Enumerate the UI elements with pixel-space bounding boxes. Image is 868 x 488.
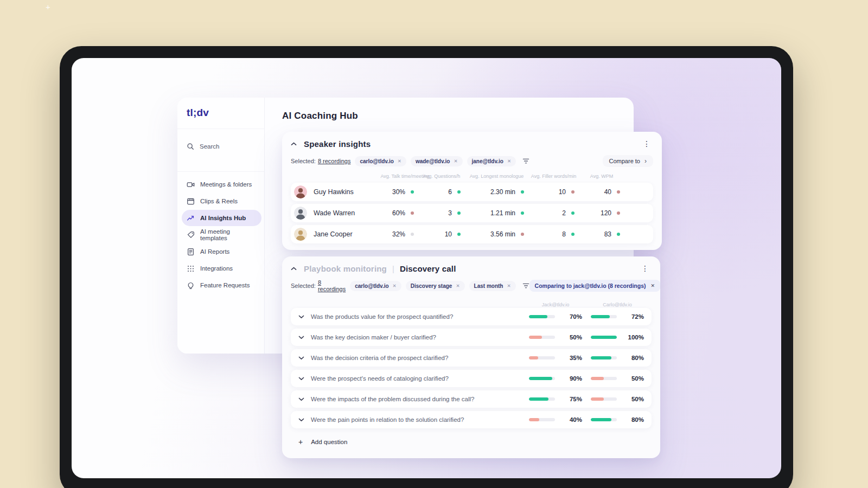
collapse-chevron-up-icon[interactable] xyxy=(291,267,297,271)
score-value: 50% xyxy=(622,396,644,402)
status-dot-neutral xyxy=(411,233,414,236)
score-value: 40% xyxy=(560,416,582,423)
filter-icon[interactable] xyxy=(522,282,529,289)
speaker-filter-chips: carlo@tldv.io✕wade@tldv.io✕jane@tldv.io✕ xyxy=(350,156,516,166)
score-group: 75% xyxy=(529,396,582,402)
score-group: 80% xyxy=(591,355,644,361)
progress-bar xyxy=(591,336,617,339)
add-question-button[interactable]: + Add question xyxy=(291,433,652,451)
chevron-down-icon xyxy=(298,356,304,360)
compare-to-button[interactable]: Compare to › xyxy=(603,155,653,167)
metric-cell: 83 xyxy=(579,230,624,238)
remove-chip-icon[interactable]: ✕ xyxy=(507,158,511,164)
metric-cell: 3.56 min xyxy=(465,230,528,238)
progress-bar xyxy=(529,315,555,318)
remove-chip-icon[interactable]: ✕ xyxy=(507,283,510,288)
question-scores: 75%50% xyxy=(529,396,644,402)
remove-chip-icon[interactable]: ✕ xyxy=(454,158,457,164)
progress-fill xyxy=(591,356,611,359)
status-dot-good xyxy=(457,211,461,215)
remove-chip-icon[interactable]: ✕ xyxy=(393,283,397,288)
status-dot-good xyxy=(521,190,524,194)
avatar xyxy=(294,207,307,220)
metric-value: 2 xyxy=(562,209,566,217)
divider xyxy=(177,129,264,129)
sidebar-item-ai-meeting-templates[interactable]: AI meeting templates xyxy=(182,227,261,243)
kebab-menu-icon[interactable]: ⋮ xyxy=(639,264,652,273)
score-value: 80% xyxy=(622,355,644,361)
table-row-guy-hawkins[interactable]: Guy Hawkins30%62.30 min1040 xyxy=(291,183,653,201)
progress-bar xyxy=(529,356,555,359)
speaker-name-cell: Wade Warren xyxy=(291,207,392,220)
score-group: 50% xyxy=(591,375,644,382)
sidebar-item-ai-insights-hub[interactable]: AI Insights Hub xyxy=(182,210,261,226)
filter-chip-carlo-tldv-io[interactable]: carlo@tldv.io✕ xyxy=(355,156,406,166)
filter-chip-last-month[interactable]: Last month✕ xyxy=(469,281,516,291)
kebab-menu-icon[interactable]: ⋮ xyxy=(640,139,653,149)
filter-icon[interactable] xyxy=(522,158,529,164)
filter-chip-wade-tldv-io[interactable]: wade@tldv.io✕ xyxy=(411,156,463,166)
sidebar-item-feature-requests[interactable]: Feature Requests xyxy=(182,277,261,293)
chevron-down-icon xyxy=(298,336,304,339)
table-row-jane-cooper[interactable]: Jane Cooper32%103.56 min883 xyxy=(291,225,653,243)
avatar xyxy=(294,228,307,241)
chip-label: Last month xyxy=(474,283,503,289)
question-row[interactable]: Was the decision criteria of the prospec… xyxy=(291,349,652,367)
sidebar-item-meetings-folders[interactable]: Meetings & folders xyxy=(182,176,261,192)
status-dot-bad xyxy=(617,190,620,194)
metric-value: 30% xyxy=(392,188,405,196)
sidebar-item-ai-reports[interactable]: AI Reports xyxy=(182,243,261,260)
question-row[interactable]: Was the products value for the prospect … xyxy=(291,308,652,325)
remove-chip-icon[interactable]: ✕ xyxy=(398,158,401,164)
question-row[interactable]: Were the pain points in relation to the … xyxy=(291,411,652,428)
metric-cell: 60% xyxy=(392,209,418,217)
speaker-table-body: Guy Hawkins30%62.30 min1040Wade Warren60… xyxy=(291,183,653,243)
sidebar-item-label: AI meeting templates xyxy=(200,228,257,241)
filter-chip-carlo-tldv-io[interactable]: carlo@tldv.io✕ xyxy=(350,281,401,291)
chevron-down-icon xyxy=(298,315,304,319)
comparing-chip-label: Comparing to jack@tldv.io (8 recordings) xyxy=(535,282,646,289)
metric-value: 3 xyxy=(448,209,452,217)
question-text: Was the key decision maker / buyer clari… xyxy=(311,334,436,341)
compare-to-label: Compare to xyxy=(609,158,640,164)
filter-chip-discovery-stage[interactable]: Discovery stage✕ xyxy=(406,281,465,291)
progress-bar xyxy=(529,377,555,380)
metric-value: 3.56 min xyxy=(490,230,515,238)
progress-fill xyxy=(529,397,548,401)
column-header-jack: Jack@tldv.io xyxy=(528,302,583,307)
tag-icon xyxy=(187,231,195,239)
search-label: Search xyxy=(200,143,219,150)
question-text: Were the prospect's needs of cataloging … xyxy=(311,375,449,382)
status-dot-good xyxy=(617,233,620,236)
sidebar-item-integrations[interactable]: Integrations xyxy=(182,260,261,277)
divider xyxy=(177,171,264,172)
chevron-right-icon: › xyxy=(644,158,647,164)
metric-value: 6 xyxy=(448,188,452,196)
sidebar-item-clips-reels[interactable]: Clips & Reels xyxy=(182,193,261,209)
search-input[interactable]: Search xyxy=(187,142,219,150)
status-dot-good xyxy=(521,211,524,215)
remove-comparison-icon[interactable]: ✕ xyxy=(650,283,655,288)
question-list: Was the products value for the prospect … xyxy=(291,308,652,428)
score-group: 50% xyxy=(529,334,582,341)
filter-chip-jane-tldv-io[interactable]: jane@tldv.io✕ xyxy=(467,156,516,166)
camera-icon xyxy=(187,181,195,189)
selected-count-link[interactable]: 8 recordings xyxy=(318,279,346,292)
question-row[interactable]: Were the prospect's needs of cataloging … xyxy=(291,370,652,387)
question-row[interactable]: Were the impacts of the problem discusse… xyxy=(291,390,652,408)
table-row-wade-warren[interactable]: Wade Warren60%31.21 min2120 xyxy=(291,204,653,222)
progress-fill xyxy=(591,377,604,380)
progress-bar xyxy=(591,418,617,421)
chip-label: carlo@tldv.io xyxy=(360,158,393,164)
grid-icon xyxy=(187,265,195,273)
plus-icon: + xyxy=(298,438,303,446)
question-text: Were the impacts of the problem discusse… xyxy=(311,396,475,402)
question-text: Was the decision criteria of the prospec… xyxy=(311,355,448,361)
remove-chip-icon[interactable]: ✕ xyxy=(456,283,459,288)
score-value: 50% xyxy=(622,375,644,382)
question-row[interactable]: Was the key decision maker / buyer clari… xyxy=(291,329,652,346)
metric-cell: 10 xyxy=(528,188,579,196)
collapse-chevron-up-icon[interactable] xyxy=(291,142,297,146)
selected-count-link[interactable]: 8 recordings xyxy=(318,158,351,164)
status-dot-bad xyxy=(571,190,575,194)
